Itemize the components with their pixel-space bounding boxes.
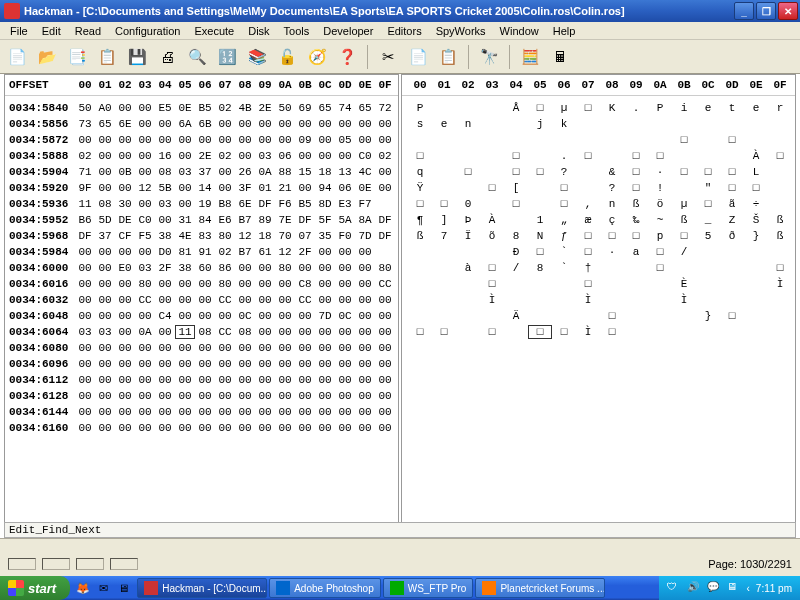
ascii-cell[interactable]: /	[672, 246, 696, 258]
hex-cell[interactable]: 00	[275, 326, 295, 338]
ascii-cell[interactable]: ß	[672, 214, 696, 226]
ascii-cell[interactable]: Þ	[456, 214, 480, 226]
hex-row[interactable]: 0034:5952B65DDEC0003184E6B7897EDF5F5A8AD…	[5, 212, 398, 228]
hex-cell[interactable]: 00	[235, 278, 255, 290]
ascii-cell[interactable]: □	[576, 102, 600, 114]
hex-cell[interactable]: 00	[235, 406, 255, 418]
hex-cell[interactable]: 0A	[135, 326, 155, 338]
ascii-cell[interactable]: □	[624, 230, 648, 242]
hex-cell[interactable]: 00	[355, 262, 375, 274]
hex-cell[interactable]: 02	[215, 102, 235, 114]
hex-cell[interactable]: 00	[95, 358, 115, 370]
hex-cell[interactable]: C0	[355, 150, 375, 162]
hex-cell[interactable]: 00	[335, 358, 355, 370]
hex-cell[interactable]: 00	[275, 390, 295, 402]
menu-window[interactable]: Window	[494, 24, 545, 39]
ascii-cell[interactable]: e	[744, 102, 768, 114]
ascii-cell[interactable]: e	[696, 102, 720, 114]
ascii-cell[interactable]: ·	[600, 246, 624, 258]
ascii-cell[interactable]: 8	[528, 262, 552, 274]
hex-cell[interactable]: 00	[255, 374, 275, 386]
hex-cell[interactable]: 00	[335, 374, 355, 386]
ascii-cell[interactable]: □	[552, 182, 576, 194]
hex-cell[interactable]: 89	[255, 214, 275, 226]
hex-cell[interactable]: 00	[375, 118, 395, 130]
ascii-row[interactable]	[402, 388, 795, 404]
hex-cell[interactable]: 00	[275, 294, 295, 306]
ascii-cell[interactable]: ß	[408, 230, 432, 242]
hex-row[interactable]: 0034:593611083000030019B86EDFF6B58DE3F7	[5, 196, 398, 212]
taskbar-button[interactable]: WS_FTP Pro	[383, 578, 474, 598]
ascii-cell[interactable]: ç	[600, 214, 624, 226]
ascii-cell[interactable]: ·	[648, 166, 672, 178]
hex-cell[interactable]: 94	[315, 182, 335, 194]
hex-cell[interactable]: 02	[215, 150, 235, 162]
hex-cell[interactable]: 00	[135, 374, 155, 386]
toolbar-button[interactable]: 🔍	[184, 44, 210, 70]
ascii-cell[interactable]: □	[552, 198, 576, 210]
hex-cell[interactable]: 83	[195, 230, 215, 242]
toolbar-button[interactable]: 💾	[124, 44, 150, 70]
hex-cell[interactable]: 37	[95, 230, 115, 242]
hex-row[interactable]: 0034:58880200000016002E02000306000000C00…	[5, 148, 398, 164]
hex-cell[interactable]: 00	[135, 390, 155, 402]
hex-cell[interactable]: E5	[155, 102, 175, 114]
hex-cell[interactable]: 60	[195, 262, 215, 274]
ascii-cell[interactable]: □	[576, 246, 600, 258]
hex-cell[interactable]: 00	[175, 390, 195, 402]
menu-file[interactable]: File	[4, 24, 34, 39]
ascii-cell[interactable]: æ	[576, 214, 600, 226]
tray-icon[interactable]: 🔊	[687, 581, 701, 595]
ascii-row[interactable]: q□□□?&□·□□□L	[402, 164, 795, 180]
hex-cell[interactable]: 00	[95, 134, 115, 146]
minimize-button[interactable]: _	[734, 2, 754, 20]
ascii-cell[interactable]: Ì	[576, 294, 600, 306]
hex-cell[interactable]: 00	[375, 134, 395, 146]
hex-cell[interactable]: 00	[175, 198, 195, 210]
hex-cell[interactable]: 00	[355, 374, 375, 386]
hex-cell[interactable]: 00	[215, 406, 235, 418]
menu-execute[interactable]: Execute	[188, 24, 240, 39]
hex-cell[interactable]: 00	[315, 278, 335, 290]
hex-cell[interactable]: 0A	[255, 166, 275, 178]
hex-cell[interactable]: 0B	[115, 166, 135, 178]
hex-cell[interactable]: 00	[75, 422, 95, 434]
hex-cell[interactable]: 00	[75, 358, 95, 370]
hex-cell[interactable]: 00	[235, 390, 255, 402]
hex-cell[interactable]: 00	[275, 374, 295, 386]
hex-cell[interactable]: 00	[95, 294, 115, 306]
ascii-cell[interactable]: s	[408, 118, 432, 130]
hex-cell[interactable]: 00	[215, 134, 235, 146]
hex-cell[interactable]: 00	[375, 326, 395, 338]
hex-cell[interactable]: 0E	[355, 182, 375, 194]
hex-cell[interactable]: 00	[175, 374, 195, 386]
hex-cell[interactable]: 00	[135, 134, 155, 146]
hex-cell[interactable]: 72	[375, 102, 395, 114]
hex-cell[interactable]: 00	[135, 102, 155, 114]
hex-cell[interactable]: 0E	[175, 102, 195, 114]
hex-cell[interactable]: 01	[255, 182, 275, 194]
hex-row[interactable]: 0034:60960000000000000000000000000000000…	[5, 356, 398, 372]
ascii-row[interactable]	[402, 356, 795, 372]
ascii-cell[interactable]: /	[504, 262, 528, 274]
ascii-row[interactable]: Ð□`□·a□/	[402, 244, 795, 260]
hex-cell[interactable]: B5	[295, 198, 315, 210]
ascii-cell[interactable]: Ì	[576, 326, 600, 338]
hex-cell[interactable]: 61	[255, 246, 275, 258]
ascii-cell[interactable]: n	[600, 198, 624, 210]
ascii-row[interactable]: ÌÌÌ	[402, 292, 795, 308]
hex-cell[interactable]: 65	[355, 102, 375, 114]
hex-cell[interactable]: 00	[295, 358, 315, 370]
ascii-cell[interactable]: ~	[648, 214, 672, 226]
toolbar-button[interactable]: 🧭	[304, 44, 330, 70]
hex-row[interactable]: 0034:604800000000C40000000C0000007D0C000…	[5, 308, 398, 324]
hex-cell[interactable]: 00	[95, 246, 115, 258]
toolbar-button[interactable]: 🖩	[547, 44, 573, 70]
ascii-cell[interactable]: □	[768, 262, 792, 274]
hex-cell[interactable]: 00	[175, 342, 195, 354]
hex-cell[interactable]: 00	[195, 390, 215, 402]
ascii-cell[interactable]: Ð	[504, 246, 528, 258]
hex-cell[interactable]: DE	[115, 214, 135, 226]
hex-cell[interactable]: 00	[175, 406, 195, 418]
hex-cell[interactable]: 00	[155, 374, 175, 386]
